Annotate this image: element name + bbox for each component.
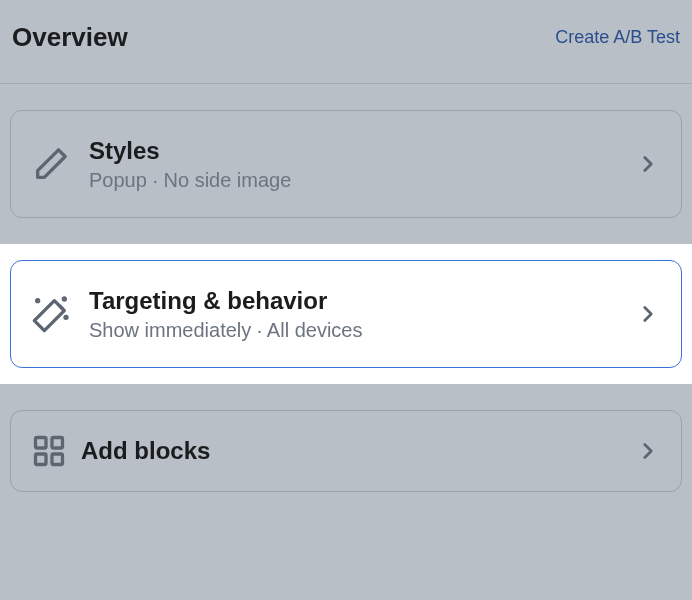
add-blocks-card-body: Add blocks <box>81 437 635 465</box>
svg-point-1 <box>63 298 65 300</box>
styles-card[interactable]: Styles Popup · No side image <box>10 110 682 218</box>
targeting-card-body: Targeting & behavior Show immediately · … <box>89 287 635 342</box>
create-ab-test-link[interactable]: Create A/B Test <box>555 27 680 48</box>
magic-wand-icon <box>31 294 71 334</box>
chevron-right-icon <box>635 438 661 464</box>
targeting-card-wrapper: Targeting & behavior Show immediately · … <box>0 244 692 384</box>
svg-point-0 <box>37 300 39 302</box>
styles-card-title: Styles <box>89 137 635 165</box>
add-blocks-card[interactable]: Add blocks <box>10 410 682 492</box>
styles-card-subtitle: Popup · No side image <box>89 169 635 192</box>
header: Overview Create A/B Test <box>0 0 692 84</box>
targeting-card-subtitle: Show immediately · All devices <box>89 319 635 342</box>
svg-rect-4 <box>52 438 63 449</box>
blocks-icon <box>31 433 67 469</box>
targeting-card-title: Targeting & behavior <box>89 287 635 315</box>
chevron-right-icon <box>635 151 661 177</box>
add-blocks-card-title: Add blocks <box>81 437 635 465</box>
svg-rect-3 <box>36 438 47 449</box>
targeting-card[interactable]: Targeting & behavior Show immediately · … <box>10 260 682 368</box>
page-title: Overview <box>12 22 128 53</box>
styles-card-body: Styles Popup · No side image <box>89 137 635 192</box>
chevron-right-icon <box>635 301 661 327</box>
svg-rect-5 <box>36 454 47 465</box>
content: Styles Popup · No side image Targeting &… <box>0 84 692 492</box>
svg-point-2 <box>65 316 67 318</box>
pencil-icon <box>31 144 71 184</box>
svg-rect-6 <box>52 454 63 465</box>
